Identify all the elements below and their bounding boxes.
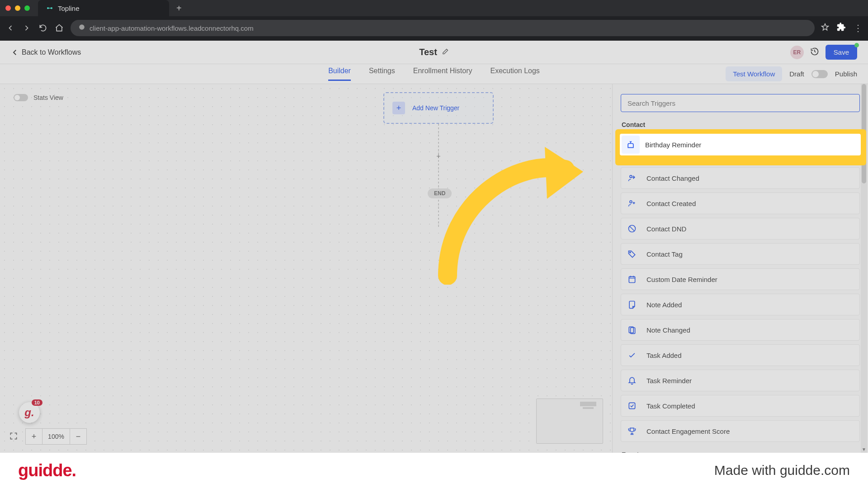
calendar-icon [623, 270, 641, 288]
browser-chrome: Topline + client-app-automation-workflow… [0, 0, 868, 41]
publish-toggle[interactable] [811, 70, 828, 78]
fullscreen-icon [9, 432, 18, 441]
stats-view-toggle[interactable] [14, 94, 28, 101]
window-controls[interactable] [5, 5, 30, 11]
header-actions: ER Save [790, 45, 857, 60]
minimize-window-icon[interactable] [15, 5, 20, 11]
note-changed-icon [623, 321, 641, 339]
menu-dots-icon[interactable]: ⋮ [854, 23, 863, 33]
svg-rect-7 [629, 277, 635, 282]
test-workflow-button[interactable]: Test Workflow [726, 66, 782, 81]
section-heading: Contact [622, 121, 859, 128]
trigger-item-contact-dnd[interactable]: Contact DND [621, 218, 860, 239]
guidde-logo: guidde. [18, 461, 76, 480]
add-step-button[interactable]: + [434, 152, 443, 161]
trigger-item-label: Birthday Reminder [642, 141, 701, 149]
reload-icon[interactable] [38, 23, 48, 33]
annotation-highlight-box: Birthday Reminder [615, 129, 866, 165]
publish-label: Publish [835, 70, 857, 78]
new-tab-button[interactable]: + [176, 3, 182, 14]
trophy-icon [623, 422, 641, 440]
app-root: Back to Workflows Test ER Save Builder S… [0, 41, 868, 453]
svg-point-3 [630, 175, 632, 178]
trigger-item-contact-changed[interactable]: Contact Changed [621, 167, 860, 189]
trigger-item-task-added[interactable]: Task Added [621, 344, 860, 366]
close-window-icon[interactable] [5, 5, 11, 11]
trigger-item-contact-tag[interactable]: Contact Tag [621, 243, 860, 265]
zoom-out-button[interactable]: − [70, 428, 87, 445]
browser-tab[interactable]: Topline [38, 0, 169, 16]
tab-favicon-icon [46, 5, 53, 12]
trigger-item-label: Note Changed [643, 326, 690, 334]
trigger-item-contact-created[interactable]: Contact Created [621, 192, 860, 214]
guidde-glyph-icon: g. [24, 406, 34, 419]
contact-changed-icon [623, 169, 641, 187]
forward-icon[interactable] [22, 23, 32, 33]
trigger-item-note-added[interactable]: Note Added [621, 294, 860, 315]
trigger-item-label: Task Added [643, 352, 682, 359]
extensions-icon[interactable] [836, 22, 846, 34]
zoom-in-button[interactable]: + [25, 428, 42, 445]
trigger-item-custom-date-reminder[interactable]: Custom Date Reminder [621, 268, 860, 290]
pencil-icon [442, 48, 449, 55]
back-to-workflows-link[interactable]: Back to Workflows [11, 48, 81, 56]
history-button[interactable] [810, 47, 819, 58]
trigger-item-task-reminder[interactable]: Task Reminder [621, 370, 860, 391]
trigger-item-task-completed[interactable]: Task Completed [621, 395, 860, 417]
footer: guidde. Made with guidde.com [0, 453, 868, 488]
end-node: END [428, 188, 452, 198]
add-new-trigger-card[interactable]: + Add New Trigger [383, 92, 494, 124]
bookmark-star-icon[interactable] [821, 23, 829, 33]
trigger-item-note-changed[interactable]: Note Changed [621, 319, 860, 341]
bell-icon [623, 371, 641, 389]
edit-title-button[interactable] [442, 48, 449, 57]
tab-builder[interactable]: Builder [328, 67, 351, 81]
workflow-title-wrap: Test [419, 47, 449, 57]
url-text: client-app-automation-workflows.leadconn… [90, 24, 254, 32]
guidde-badge[interactable]: g. 10 [19, 402, 40, 423]
svg-point-2 [79, 24, 85, 30]
app-header: Back to Workflows Test ER Save [0, 41, 868, 64]
note-icon [623, 296, 641, 314]
add-trigger-label: Add New Trigger [412, 104, 459, 112]
svg-point-6 [630, 252, 631, 253]
tag-icon [623, 245, 641, 263]
address-bar[interactable]: client-app-automation-workflows.leadconn… [71, 20, 815, 36]
canvas-minimap[interactable] [536, 399, 603, 444]
svg-point-4 [630, 201, 632, 203]
draft-label: Draft [789, 70, 804, 78]
back-link-label: Back to Workflows [22, 48, 81, 56]
save-button[interactable]: Save [826, 45, 857, 60]
home-icon[interactable] [54, 23, 64, 33]
search-triggers-input[interactable] [621, 94, 860, 112]
main-split: Stats View + Add New Trigger + END g. 10… [0, 84, 868, 453]
checkbox-icon [623, 397, 641, 415]
tab-title: Topline [58, 5, 80, 12]
stats-view-label: Stats View [33, 94, 63, 101]
contact-created-icon [623, 194, 641, 212]
trigger-item-label: Note Added [643, 301, 682, 309]
scroll-down-icon[interactable]: ▼ [861, 446, 867, 453]
trigger-item-label: Contact DND [643, 225, 686, 233]
trigger-item-label: Custom Date Reminder [643, 276, 717, 283]
site-info-icon[interactable] [79, 24, 85, 32]
tab-settings[interactable]: Settings [369, 67, 395, 81]
avatar[interactable]: ER [790, 46, 804, 59]
plus-icon: + [392, 102, 405, 114]
back-icon[interactable] [5, 23, 15, 33]
tab-execution-logs[interactable]: Execution Logs [490, 67, 539, 81]
trigger-item-label: Contact Engagement Score [643, 427, 730, 435]
workflow-title: Test [419, 47, 437, 57]
maximize-window-icon[interactable] [24, 5, 30, 11]
trigger-item-contact-engagement-score[interactable]: Contact Engagement Score [621, 420, 860, 442]
chevron-left-icon [11, 48, 19, 56]
trigger-item-label: Task Completed [643, 402, 695, 410]
tab-enrollment-history[interactable]: Enrollment History [413, 67, 472, 81]
birthday-icon [622, 136, 640, 154]
made-with-text: Made with guidde.com [714, 463, 850, 478]
triggers-side-panel: Contact Birthday Reminder Cont [612, 84, 868, 453]
fullscreen-button[interactable] [6, 429, 21, 444]
app-tabs-row: Builder Settings Enrollment History Exec… [0, 64, 868, 84]
zoom-controls: + 100% − [6, 428, 87, 445]
trigger-item-label: Contact Changed [643, 174, 699, 182]
